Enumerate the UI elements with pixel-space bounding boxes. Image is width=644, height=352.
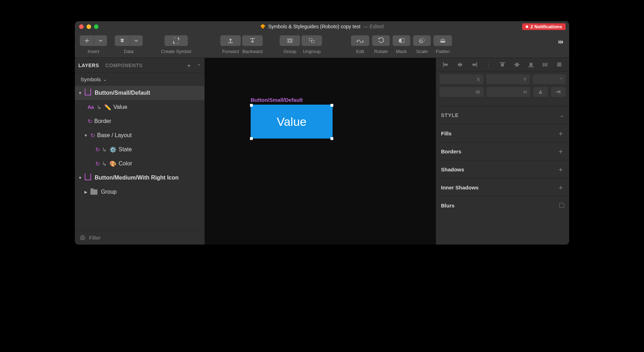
fills-section-header[interactable]: Fills＋: [436, 124, 569, 142]
borders-section-header[interactable]: Borders＋: [436, 142, 569, 160]
layer-artboard-button-medium[interactable]: ▼ Button/Medium/With Right Icon: [75, 171, 204, 185]
layer-color[interactable]: ↻ ↳ 🎨 Color: [75, 157, 204, 171]
disclosure-triangle-icon[interactable]: ▶: [83, 190, 88, 194]
app-body: LAYERS COMPONENTS ＋ ⌄ Symbols ⌄ ▼ Button…: [75, 58, 569, 245]
svg-marker-37: [556, 90, 560, 92]
style-section-header[interactable]: STYLE⌄: [436, 106, 569, 124]
blur-toggle[interactable]: [559, 203, 564, 208]
left-tabs: LAYERS COMPONENTS ＋ ⌄: [75, 58, 204, 73]
scale-button[interactable]: [413, 35, 431, 46]
ungroup-button[interactable]: [302, 35, 322, 46]
group-button[interactable]: [280, 35, 300, 46]
selection-handle-bl[interactable]: [250, 137, 253, 140]
inner-shadows-section-header[interactable]: Inner Shadows＋: [436, 178, 569, 196]
svg-rect-18: [444, 64, 448, 66]
svg-rect-34: [557, 65, 561, 66]
x-input[interactable]: X: [440, 74, 483, 84]
forward-label: Forward: [222, 49, 239, 54]
minimize-window-button[interactable]: [87, 24, 91, 29]
filter-row[interactable]: Filter: [75, 230, 204, 245]
layer-state[interactable]: ↻ ↳ ⚙️ State: [75, 142, 204, 157]
add-fill-button[interactable]: ＋: [557, 129, 564, 138]
align-top-icon[interactable]: [499, 62, 506, 68]
disclosure-triangle-icon[interactable]: ▼: [78, 91, 83, 95]
disclosure-triangle-icon[interactable]: ▼: [83, 133, 88, 137]
add-border-button[interactable]: ＋: [557, 147, 564, 156]
insert-dropdown[interactable]: [94, 35, 107, 46]
layer-label: Border: [94, 118, 111, 124]
shadows-section-header[interactable]: Shadows＋: [436, 160, 569, 178]
rotate-button[interactable]: [372, 35, 390, 46]
create-symbol-button[interactable]: [165, 35, 188, 46]
align-left-icon[interactable]: [442, 62, 449, 68]
override-arrow-icon: ↳: [102, 146, 107, 153]
svg-rect-32: [557, 63, 561, 64]
artboard-icon: [85, 175, 91, 180]
selection-handle-tr[interactable]: [330, 104, 333, 107]
add-shadow-button[interactable]: ＋: [557, 165, 564, 174]
toolbar-overflow-button[interactable]: ›››: [556, 35, 564, 46]
canvas[interactable]: Button/Small/Default Value: [205, 58, 436, 245]
close-window-button[interactable]: [79, 24, 84, 29]
zoom-window-button[interactable]: [94, 24, 99, 29]
flip-vertical-button[interactable]: [551, 87, 566, 97]
ungroup-tool-group: Ungroup: [302, 35, 322, 54]
collapse-pages-button[interactable]: ⌄: [197, 61, 201, 70]
disclosure-triangle-icon[interactable]: ▼: [78, 176, 83, 180]
artboard-title[interactable]: Button/Small/Default: [251, 97, 303, 103]
mask-button[interactable]: [393, 35, 410, 46]
backward-button[interactable]: [242, 35, 263, 46]
pencil-icon: ✏️: [104, 104, 111, 111]
align-vcenter-icon[interactable]: [513, 62, 520, 68]
tab-components[interactable]: COMPONENTS: [106, 63, 143, 68]
svg-rect-20: [458, 64, 462, 66]
mask-group: Mask: [393, 35, 410, 54]
edit-group: Edit: [351, 35, 369, 54]
right-sidebar: ⋮ X Y ° W H STYLE⌄: [436, 58, 569, 245]
flatten-button[interactable]: [434, 35, 452, 46]
artboard-icon: [85, 90, 91, 95]
width-input[interactable]: W: [440, 87, 484, 97]
align-hcenter-icon[interactable]: [457, 62, 464, 68]
align-right-icon[interactable]: [471, 62, 478, 68]
layer-label: Value: [113, 104, 127, 110]
layer-base-layout[interactable]: ▼ ↻ Base / Layout: [75, 128, 204, 142]
svg-point-10: [357, 41, 358, 42]
data-button[interactable]: [115, 35, 130, 46]
height-input[interactable]: H: [487, 87, 531, 97]
notifications-badge[interactable]: 2 Notifications: [522, 23, 566, 30]
flip-horizontal-button[interactable]: [533, 87, 548, 97]
create-symbol-group: Create Symbol: [161, 35, 191, 54]
insert-button[interactable]: [80, 35, 94, 46]
mask-label: Mask: [396, 49, 407, 54]
tab-layers[interactable]: LAYERS: [78, 63, 99, 68]
group-tool-group: Group: [280, 35, 300, 54]
y-input[interactable]: Y: [486, 74, 530, 84]
data-dropdown[interactable]: [130, 35, 143, 46]
symbol-instance-icon: ↻: [95, 160, 100, 167]
svg-marker-35: [539, 90, 541, 94]
blurs-section-header[interactable]: Blurs: [436, 196, 569, 214]
selection-handle-tl[interactable]: [250, 104, 253, 107]
layer-border[interactable]: ↻ Border: [75, 114, 204, 128]
layer-value-text[interactable]: Aa ↳ ✏️ Value: [75, 100, 204, 114]
forward-button[interactable]: [220, 35, 241, 46]
rotation-input[interactable]: °: [533, 74, 566, 84]
distribute-v-icon[interactable]: [556, 62, 563, 68]
pages-selector[interactable]: Symbols ⌄: [75, 73, 204, 86]
window-controls: [79, 24, 99, 29]
edit-button[interactable]: [351, 35, 369, 46]
add-page-button[interactable]: ＋: [186, 61, 192, 70]
selection-handle-br[interactable]: [330, 137, 333, 140]
align-bottom-icon[interactable]: [527, 62, 535, 68]
artboard-button-small-default[interactable]: Value: [251, 105, 333, 139]
size-row: W H: [436, 87, 569, 100]
add-inner-shadow-button[interactable]: ＋: [557, 183, 564, 192]
chevron-down-icon: ⌄: [560, 113, 564, 118]
layer-artboard-button-small-default[interactable]: ▼ Button/Small/Default: [75, 86, 204, 100]
svg-marker-36: [541, 90, 542, 94]
symbol-instance-icon: ↻: [90, 132, 95, 139]
distribute-h-icon[interactable]: [542, 62, 549, 68]
layer-group[interactable]: ▶ Group: [75, 185, 204, 199]
svg-rect-13: [401, 39, 404, 43]
